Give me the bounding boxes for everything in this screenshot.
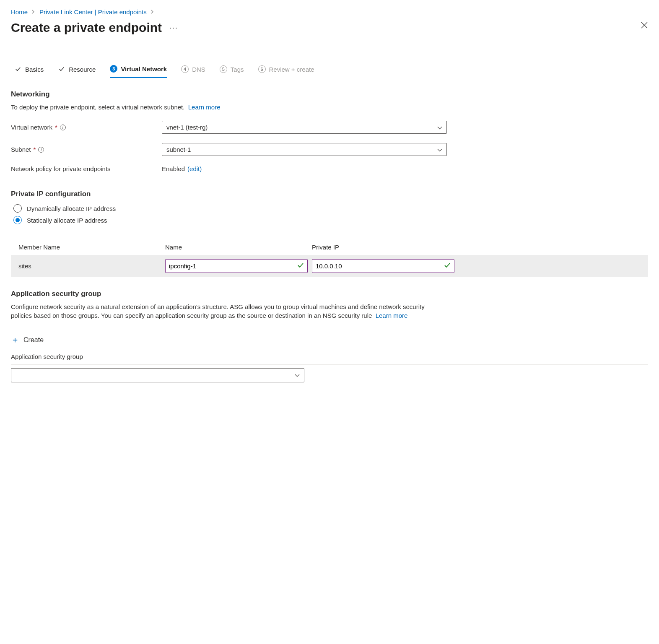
tab-virtual-network[interactable]: 3 Virtual Network <box>110 62 167 78</box>
asg-heading: Application security group <box>11 290 648 298</box>
virtual-network-select[interactable]: vnet-1 (test-rg) <box>162 121 447 134</box>
col-name: Name <box>165 244 308 251</box>
tab-basics[interactable]: Basics <box>14 62 44 77</box>
chevron-right-icon <box>32 9 35 15</box>
virtual-network-label: Virtual network * i <box>11 124 162 131</box>
radio-icon <box>13 216 22 224</box>
close-icon[interactable] <box>641 21 648 31</box>
tab-resource[interactable]: Resource <box>58 62 96 77</box>
required-asterisk: * <box>55 124 57 131</box>
chevron-right-icon <box>151 9 154 15</box>
create-asg-button[interactable]: ＋ Create <box>11 334 44 345</box>
learn-more-link[interactable]: Learn more <box>188 104 221 111</box>
asg-select[interactable] <box>11 368 304 382</box>
network-policy-label: Network policy for private endpoints <box>11 165 162 172</box>
step-number: 6 <box>258 65 266 73</box>
ip-allocation-radio-group: Dynamically allocate IP address Statical… <box>11 204 648 224</box>
required-asterisk: * <box>34 146 36 153</box>
tab-review-create[interactable]: 6 Review + create <box>258 62 314 77</box>
chevron-down-icon <box>295 372 300 379</box>
step-number: 5 <box>220 65 227 73</box>
learn-more-link[interactable]: Learn more <box>376 312 408 319</box>
wizard-tabs: Basics Resource 3 Virtual Network 4 DNS … <box>11 62 648 78</box>
chevron-down-icon <box>437 146 442 153</box>
member-name-value: sites <box>18 262 161 270</box>
networking-desc: To deploy the private endpoint, select a… <box>11 103 443 112</box>
step-number: 3 <box>110 65 117 73</box>
info-icon[interactable]: i <box>38 147 44 153</box>
private-ip-heading: Private IP configuration <box>11 190 648 198</box>
network-policy-value: Enabled <box>162 165 185 172</box>
check-icon <box>58 65 65 73</box>
step-number: 4 <box>181 65 189 73</box>
info-icon[interactable]: i <box>60 125 66 130</box>
ip-config-table: Member Name Name Private IP sites <box>11 239 648 277</box>
plus-icon: ＋ <box>11 334 19 345</box>
col-member-name: Member Name <box>18 244 161 251</box>
breadcrumb: Home Private Link Center | Private endpo… <box>11 8 648 16</box>
page-title: Create a private endpoint <box>11 21 162 35</box>
name-field[interactable] <box>169 262 297 270</box>
edit-policy-link[interactable]: (edit) <box>187 165 202 172</box>
tab-tags[interactable]: 5 Tags <box>220 62 244 77</box>
networking-heading: Networking <box>11 90 648 99</box>
asg-desc: Configure network security as a natural … <box>11 302 443 320</box>
name-input[interactable] <box>165 259 308 273</box>
subnet-label: Subnet * i <box>11 146 162 153</box>
check-icon <box>444 262 451 270</box>
col-private-ip: Private IP <box>312 244 454 251</box>
private-ip-field[interactable] <box>316 262 444 270</box>
table-row: sites <box>11 255 648 277</box>
breadcrumb-home[interactable]: Home <box>11 8 28 16</box>
breadcrumb-plc[interactable]: Private Link Center | Private endpoints <box>39 8 147 16</box>
private-ip-input[interactable] <box>312 259 454 273</box>
radio-icon <box>13 204 22 213</box>
radio-dynamic[interactable]: Dynamically allocate IP address <box>13 204 648 213</box>
check-icon <box>297 262 304 270</box>
check-icon <box>14 65 22 73</box>
tab-dns[interactable]: 4 DNS <box>181 62 205 77</box>
asg-column-label: Application security group <box>11 353 648 360</box>
radio-static[interactable]: Statically allocate IP address <box>13 216 648 224</box>
subnet-select[interactable]: subnet-1 <box>162 143 447 156</box>
more-icon[interactable]: ··· <box>169 23 178 32</box>
chevron-down-icon <box>437 124 442 131</box>
